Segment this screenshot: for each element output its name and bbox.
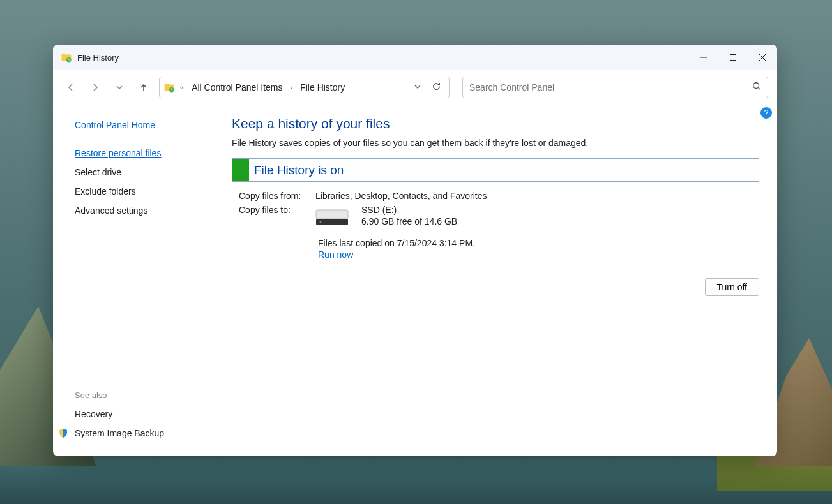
- titlebar: File History: [53, 45, 777, 70]
- status-title: File History is on: [249, 163, 344, 177]
- svg-point-6: [320, 221, 322, 223]
- drive-icon: [315, 207, 349, 226]
- close-button[interactable]: [748, 45, 777, 70]
- chevron-left-icon: «: [178, 84, 186, 91]
- drive-space: 6.90 GB free of 14.6 GB: [361, 216, 457, 226]
- sidebar-link-restore[interactable]: Restore personal files: [75, 148, 232, 158]
- shield-icon: [58, 428, 68, 438]
- address-bar[interactable]: « All Control Panel Items › File History: [159, 77, 450, 98]
- breadcrumb-current[interactable]: File History: [298, 81, 347, 94]
- control-panel-home-link[interactable]: Control Panel Home: [75, 120, 232, 130]
- address-dropdown[interactable]: [410, 82, 425, 93]
- see-also-label: Recovery: [75, 409, 112, 419]
- sidebar-link-select-drive[interactable]: Select drive: [75, 167, 232, 177]
- minimize-button[interactable]: [689, 45, 718, 70]
- sidebar-link-exclude-folders[interactable]: Exclude folders: [75, 186, 232, 196]
- breadcrumb-prev[interactable]: All Control Panel Items: [189, 81, 285, 94]
- maximize-button[interactable]: [718, 45, 748, 70]
- search-icon: [752, 82, 761, 93]
- folder-icon: [163, 82, 175, 93]
- back-button[interactable]: [62, 78, 80, 96]
- search-input[interactable]: [469, 82, 752, 93]
- see-also-heading: See also: [75, 390, 232, 400]
- up-button[interactable]: [135, 78, 153, 96]
- help-button[interactable]: ?: [760, 107, 772, 119]
- sidebar: Control Panel Home Restore personal file…: [53, 105, 232, 456]
- svg-point-3: [753, 83, 759, 89]
- status-indicator: [232, 159, 249, 181]
- chevron-right-icon: ›: [288, 84, 296, 91]
- run-now-link[interactable]: Run now: [318, 249, 751, 260]
- navbar: « All Control Panel Items › File History: [53, 70, 777, 105]
- search-box[interactable]: [462, 77, 768, 98]
- copy-from-value: Libraries, Desktop, Contacts, and Favori…: [315, 191, 487, 201]
- status-header: File History is on: [232, 159, 759, 182]
- see-also-recovery[interactable]: Recovery: [62, 409, 232, 419]
- turn-off-button[interactable]: Turn off: [705, 278, 759, 296]
- recent-dropdown[interactable]: [110, 78, 128, 96]
- page-heading: Keep a history of your files: [232, 116, 759, 131]
- see-also-system-image-backup[interactable]: System Image Backup: [62, 428, 232, 438]
- drive-name: SSD (E:): [361, 205, 457, 215]
- window-title: File History: [77, 53, 119, 63]
- main-content: Keep a history of your files File Histor…: [232, 105, 777, 456]
- copy-from-label: Copy files from:: [239, 191, 315, 201]
- last-copied-text: Files last copied on 7/15/2024 3:14 PM.: [318, 238, 751, 248]
- svg-rect-1: [730, 55, 736, 61]
- refresh-button[interactable]: [428, 82, 445, 93]
- folder-icon: [61, 52, 72, 63]
- forward-button[interactable]: [86, 78, 104, 96]
- see-also-label: System Image Backup: [75, 428, 164, 438]
- file-history-window: File History: [53, 45, 777, 456]
- status-box: File History is on Copy files from: Libr…: [232, 158, 759, 269]
- sidebar-link-advanced[interactable]: Advanced settings: [75, 205, 232, 216]
- page-description: File History saves copies of your files …: [232, 138, 759, 148]
- svg-rect-4: [316, 210, 348, 219]
- copy-to-label: Copy files to:: [239, 205, 315, 226]
